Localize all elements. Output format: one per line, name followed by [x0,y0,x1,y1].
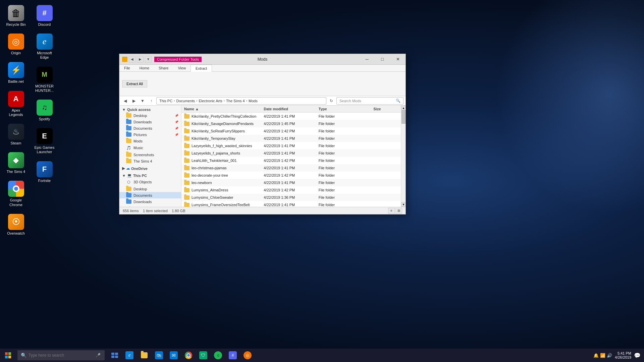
file-row[interactable]: leo-decorate-your-tree 4/22/2019 1:42 PM… [181,172,401,179]
sidebar-item-downloads[interactable]: Downloads 📌 [119,119,181,125]
apex-label: Apex Legends [5,108,27,117]
title-bar-nav-1[interactable]: ◀ [129,56,136,63]
start-button[interactable] [0,349,16,362]
col-header-type[interactable]: Type [316,106,371,112]
sidebar-item-pictures[interactable]: Pictures 📌 [119,131,181,138]
taskbar-app-spotify[interactable]: ♫ [211,349,225,362]
sidebar-item-desktop[interactable]: Desktop 📌 [119,112,181,119]
refresh-button[interactable]: ↻ [328,97,335,105]
file-row[interactable]: leo-newborn 4/22/2019 1:41 PM File folde… [181,179,401,186]
tab-home[interactable]: Home [135,65,154,71]
taskbar-task-view[interactable] [107,349,122,362]
file-row[interactable]: Lumysims_FrameOversizedTeeBelt 4/22/2019… [181,201,401,207]
taskbar-time[interactable]: 5:41 PM 4/26/2019 [615,351,631,359]
maximize-button[interactable]: □ [375,54,390,65]
notification-icon[interactable]: 🔔 [593,353,599,358]
file-row[interactable]: KikoVanity_TemporarySlay 4/22/2019 1:41 … [181,135,401,142]
taskbar-app-explorer[interactable] [137,349,152,362]
taskbar-search-input[interactable] [29,353,96,358]
sidebar-item-3dobjects[interactable]: ⬡ 3D Objects [119,178,181,186]
status-bar: 656 items 1 item selected 1.80 GB ≡ ⊞ [119,207,406,214]
forward-button[interactable]: ▶ [130,97,138,105]
details-view-button[interactable]: ≡ [388,208,395,214]
file-row[interactable]: Lazyeyelids_f_high_wasted_skinnies 4/22/… [181,142,401,149]
desktop-icon-battlenet[interactable]: ⚡ Battle.net [3,60,29,85]
desktop-icon-discord[interactable]: # Discord [32,3,57,28]
file-row[interactable]: leo-christmas-pjamas 4/22/2019 1:41 PM F… [181,164,401,172]
vertical-scrollbar[interactable]: ▲ ▼ [401,106,406,207]
desktop-glow [476,0,644,235]
scroll-up-button[interactable]: ▲ [401,106,406,110]
desktop-icon-monster[interactable]: M MONSTER HUNTER... [32,65,57,95]
sidebar-item-music[interactable]: 🎵 Music [119,144,181,152]
file-row[interactable]: Lumysims_ChloeSweater 4/22/2019 1:36 PM … [181,194,401,201]
desktop-icon-apex[interactable]: A Apex Legends [3,89,29,119]
path-segment-2: Electronic Arts [199,99,222,103]
sidebar-item-documents-pc[interactable]: Documents [119,192,181,198]
sidebar-item-sims4[interactable]: The Sims 4 [119,158,181,164]
file-row[interactable]: KikoVanity_SavageDiamondPendants 4/22/20… [181,120,401,127]
tab-view[interactable]: View [173,65,191,71]
col-header-name[interactable]: Name ▲ [181,106,261,112]
title-bar-nav-3[interactable]: ▼ [145,56,152,63]
folder-icon [184,136,190,141]
file-row[interactable]: Lumysims_AlmaDress 4/22/2019 1:42 PM Fil… [181,186,401,194]
taskbar-app-edge[interactable]: e [122,349,137,362]
search-icon-taskbar: 🔍 [21,353,26,358]
desktop-icon-epic[interactable]: E Epic Games Launcher [32,126,57,156]
taskbar-app-origin[interactable]: ◎ [240,349,255,362]
desktop-icon-sims4[interactable]: ◆ The Sims 4 [3,150,29,176]
desktop-icon-steam[interactable]: ♨ Steam [3,122,29,147]
notification-center-icon[interactable]: 💬 [634,352,641,359]
tiles-view-button[interactable]: ⊞ [395,208,402,214]
extract-all-button[interactable]: Extract All [122,80,147,87]
sidebar-section-quick-access[interactable]: ▼ Quick access [119,106,181,112]
scroll-down-button[interactable]: ▼ [401,202,406,207]
taskbar-app-mail[interactable]: ✉ [166,349,181,362]
search-box[interactable]: Search Mods 🔍 [336,97,404,105]
col-header-date[interactable]: Date modified [261,106,316,112]
desktop-icon-recycle-bin[interactable]: 🗑 Recycle Bin [3,3,29,28]
minimize-button[interactable]: ─ [359,54,375,65]
sidebar-item-documents[interactable]: Documents 📌 [119,125,181,131]
taskbar-app-chrome[interactable] [181,349,196,362]
sidebar-section-onedrive[interactable]: ▶ ☁ OneDrive [119,164,181,171]
taskbar-app-store[interactable]: 🛍 [152,349,166,362]
scroll-thumb[interactable] [401,110,406,124]
path-sep-2: › [224,99,225,103]
up-button[interactable]: ↑ [148,97,155,105]
screenshots-folder-icon [126,153,131,157]
title-bar-nav-2[interactable]: ▶ [137,56,144,63]
desktop-icon-origin[interactable]: ◎ Origin [3,32,29,57]
col-header-size[interactable]: Size [371,106,401,112]
desktop-icon-fortnite[interactable]: F Fortnite [32,160,57,185]
sidebar-item-downloads-pc[interactable]: Downloads [119,198,181,205]
tab-file[interactable]: File [119,65,135,71]
origin-icon: ◎ [8,34,24,50]
tab-share[interactable]: Share [154,65,173,71]
taskbar-app-shield[interactable]: 🛡 [196,349,211,362]
network-status-icon[interactable]: 📶 [600,353,605,358]
desktop-icon-chrome[interactable]: Google Chrome [3,179,29,208]
tab-extract[interactable]: Extract [191,65,212,72]
explorer-window: ◀ ▶ ▼ Compressed Folder Tools Mods ─ □ ✕… [119,54,406,215]
sidebar-item-screenshots[interactable]: Screenshots [119,152,181,158]
taskbar-search[interactable]: 🔍 🎤 [17,350,105,360]
taskbar-app-discord[interactable]: # [225,349,240,362]
recent-locations-button[interactable]: ▼ [139,97,146,105]
file-row[interactable]: KikoVanity_SoRealFurrySlippers 4/22/2019… [181,127,401,135]
close-button[interactable]: ✕ [390,54,406,65]
file-row[interactable]: KikoVanity_PrettyChillerThingCollection … [181,113,401,120]
file-row[interactable]: LeahLilith_TwinkleHair_001 4/22/2019 1:4… [181,157,401,164]
sidebar-section-thispc[interactable]: ▼ 💻 This PC [119,171,181,178]
desktop-icon-spotify[interactable]: ♫ Spotify [32,98,57,123]
address-path[interactable]: This PC › Documents › Electronic Arts › … [156,97,326,105]
file-row[interactable]: Lazyeyelids_f_pajama_shorts 4/22/2019 1:… [181,149,401,157]
sidebar-item-desktop-pc[interactable]: Desktop [119,186,181,192]
steam-icon: ♨ [8,124,24,140]
back-button[interactable]: ◀ [121,97,129,105]
desktop-icon-edge[interactable]: e Microsoft Edge [32,32,57,61]
volume-icon[interactable]: 🔊 [607,353,612,358]
sidebar-item-mods[interactable]: Mods [119,138,181,144]
desktop-icon-overwatch[interactable]: ⦿ Overwatch [3,212,29,237]
